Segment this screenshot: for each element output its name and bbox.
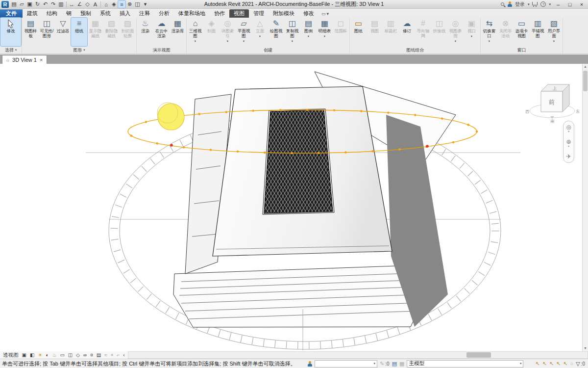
3d-view-button[interactable]: ⌂三维视图▾ bbox=[187, 18, 203, 46]
aligned-dimension-icon[interactable]: ∠ bbox=[76, 0, 83, 8]
tab-precast[interactable]: 预制 bbox=[76, 9, 96, 18]
app-store-cart-icon[interactable] bbox=[532, 2, 538, 5]
exclude-options-icon[interactable]: ▦ bbox=[399, 361, 404, 367]
tag-by-category-icon[interactable]: ◇ bbox=[84, 0, 91, 8]
view-cube[interactable]: 上 前 西 东 南 bbox=[525, 84, 580, 124]
legends-button[interactable]: ▤图例▾ bbox=[300, 18, 317, 46]
fly-tool-icon[interactable]: ✈ bbox=[566, 154, 571, 159]
tile-views-button[interactable]: ▥平铺视图 bbox=[530, 18, 546, 46]
view-tab-3d-view-1[interactable]: ⌂ 3D View 1 × bbox=[2, 55, 47, 64]
select-underlay-elements-icon[interactable]: ↖ bbox=[542, 361, 547, 367]
matchline-button[interactable]: ◫拼接线 bbox=[431, 18, 447, 46]
help-caret-icon[interactable]: ▾ bbox=[549, 2, 551, 6]
save-icon[interactable]: ▣ bbox=[26, 0, 33, 8]
3d-model-view[interactable]: 上 前 西 东 南 bbox=[0, 64, 582, 351]
collapse-view-control-bar-icon[interactable]: ‹ bbox=[123, 353, 124, 358]
viewcube-top-label[interactable]: 上 bbox=[553, 86, 557, 91]
active-workset-select[interactable]: ▾ bbox=[315, 360, 377, 368]
navigation-bar[interactable]: ◎▾ ⊕▾ ✈ bbox=[563, 121, 574, 163]
tab-annotate[interactable]: 注释 bbox=[135, 9, 154, 18]
temporary-view-properties-icon[interactable]: ▤ bbox=[97, 353, 101, 358]
viewcube-south-label[interactable]: 南 bbox=[550, 119, 555, 124]
switch-windows-icon[interactable]: ◫ bbox=[134, 0, 141, 8]
selection-filter-icon[interactable]: ▽ bbox=[576, 361, 580, 367]
switch-windows-button[interactable]: ⇆切换窗口▾ bbox=[481, 18, 497, 46]
show-hidden-lines-button[interactable]: ▦显示隐藏线 bbox=[87, 18, 103, 46]
render-gallery-button[interactable]: ▦渲染库 bbox=[170, 18, 186, 46]
tab-modify[interactable]: 修改 bbox=[299, 9, 318, 18]
tab-architecture[interactable]: 建筑 bbox=[23, 9, 42, 18]
measure-icon[interactable]: ↔ bbox=[68, 0, 75, 8]
drafting-view-button[interactable]: ✎绘图视图 bbox=[268, 18, 284, 46]
maximize-button[interactable]: □ bbox=[565, 1, 574, 7]
vertical-scrollbar[interactable]: ▲ ▼ bbox=[582, 64, 588, 351]
active-document-icon[interactable]: ▤ bbox=[10, 0, 18, 8]
close-inactive-button[interactable]: ⊗关闭非活动 bbox=[497, 18, 514, 46]
open-icon[interactable]: ▱ bbox=[18, 0, 25, 8]
panel-graphics-launcher-icon[interactable]: ▾ bbox=[83, 48, 85, 52]
sun[interactable] bbox=[157, 103, 184, 130]
highlight-displacement-sets-icon[interactable]: + bbox=[111, 353, 114, 358]
place-view-button[interactable]: ▤视图 bbox=[367, 18, 383, 46]
tab-steel[interactable]: 钢 bbox=[62, 9, 76, 18]
render-in-cloud-button[interactable]: ☁在云中渲染 bbox=[153, 18, 170, 46]
crop-size-icon[interactable]: ▣ bbox=[22, 353, 26, 358]
plan-views-button[interactable]: ▱平面视图▾ bbox=[236, 18, 252, 46]
tab-view[interactable]: 视图 bbox=[229, 9, 249, 18]
horizontal-scroll-thumb[interactable] bbox=[466, 352, 491, 358]
scroll-up-icon[interactable]: ▲ bbox=[583, 64, 588, 70]
visibility-graphics-button[interactable]: ◫可见性/图形 bbox=[39, 18, 55, 46]
sync-with-central-icon[interactable]: ↻ bbox=[34, 0, 41, 8]
show-analytical-model-icon[interactable]: ≈ bbox=[104, 353, 107, 358]
view-reference-button[interactable]: ◎视图参照▾ bbox=[447, 18, 464, 46]
customize-qat-icon[interactable]: ▾ bbox=[142, 0, 149, 8]
ribbon-display-toggle[interactable]: ▭ ▾ bbox=[321, 9, 329, 18]
tab-systems[interactable]: 系统 bbox=[96, 9, 115, 18]
cut-profile-button[interactable]: ▨剖切面轮廓 bbox=[120, 18, 136, 46]
background-processes-icon[interactable]: ○ bbox=[570, 361, 574, 367]
view-type-label[interactable]: 透视图 bbox=[3, 352, 19, 359]
panel-label-select[interactable]: 选择 ▾ bbox=[0, 47, 21, 53]
minimize-button[interactable]: – bbox=[554, 1, 563, 7]
crop-view-icon[interactable]: ▭ bbox=[60, 353, 64, 358]
sun-path-icon[interactable]: ☀ bbox=[38, 353, 42, 358]
render-button[interactable]: ♨渲染 bbox=[137, 18, 153, 46]
tab-manage[interactable]: 管理 bbox=[249, 9, 269, 18]
shadows-icon[interactable]: ◐ bbox=[46, 353, 49, 358]
guide-grid-button[interactable]: #导向轴网 bbox=[415, 18, 431, 46]
tab-structure[interactable]: 结构 bbox=[42, 9, 62, 18]
title-block-button[interactable]: ▥标题栏 bbox=[383, 18, 399, 46]
signin-button[interactable]: 登录 bbox=[515, 1, 525, 8]
scope-box-button[interactable]: ◻范围框 bbox=[333, 18, 349, 46]
undo-icon[interactable]: ↶ bbox=[42, 0, 49, 8]
view-templates-button[interactable]: ▤视图样板 bbox=[23, 18, 39, 46]
remove-hidden-lines-button[interactable]: ▧删除隐藏线 bbox=[103, 18, 120, 46]
filters-button[interactable]: ▽过滤器 bbox=[55, 18, 71, 46]
search-icon[interactable] bbox=[501, 2, 504, 6]
show-crop-region-icon[interactable]: ◫ bbox=[68, 353, 73, 358]
duplicate-view-button[interactable]: ◫复制视图▾ bbox=[284, 18, 300, 46]
sheet-button[interactable]: ▭图纸 bbox=[350, 18, 367, 46]
zoom-tool-icon[interactable]: ⊕▾ bbox=[566, 139, 571, 148]
elevation-button[interactable]: △立面▾ bbox=[252, 18, 268, 46]
default-3d-view-icon[interactable]: ⌂ bbox=[102, 0, 110, 8]
thin-lines-icon[interactable]: ≡ bbox=[118, 0, 125, 8]
viewport-button[interactable]: ▣视口▾ bbox=[464, 18, 480, 46]
tab-insert[interactable]: 插入 bbox=[115, 9, 135, 18]
editing-requests-icon[interactable]: ✎ bbox=[380, 361, 384, 367]
viewcube-front-label[interactable]: 前 bbox=[549, 99, 555, 105]
tab-analyze[interactable]: 分析 bbox=[154, 9, 174, 18]
design-options-icon[interactable]: ▤ bbox=[392, 361, 397, 367]
locked-3d-view-icon[interactable]: ◇ bbox=[76, 353, 80, 358]
worksets-icon[interactable] bbox=[307, 361, 312, 367]
temporary-hide-isolate-icon[interactable]: ∞ bbox=[83, 353, 87, 358]
text-icon[interactable]: A bbox=[92, 0, 99, 8]
callout-button[interactable]: ◎详图索引▾ bbox=[220, 18, 236, 46]
view-tab-close-icon[interactable]: × bbox=[40, 57, 43, 63]
schedules-button[interactable]: ▦明细表▾ bbox=[317, 18, 333, 46]
thin-lines-button[interactable]: ≡细线 bbox=[71, 18, 87, 46]
tab-massing-site[interactable]: 体量和场地 bbox=[174, 9, 210, 18]
user-interface-button[interactable]: ▧用户界面▾ bbox=[546, 18, 562, 46]
tab-file[interactable]: 文件 bbox=[0, 9, 23, 18]
reveal-constraints-icon[interactable]: ⌐ bbox=[117, 353, 120, 358]
